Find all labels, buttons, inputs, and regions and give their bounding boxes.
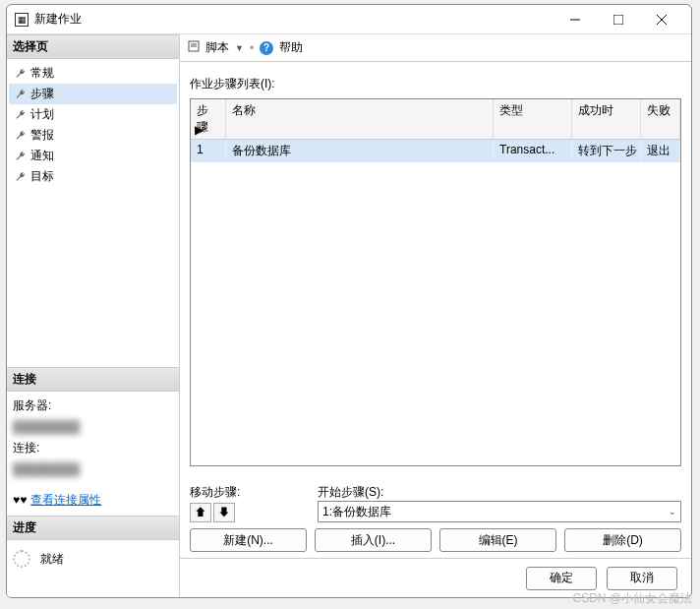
help-icon: ? [260, 41, 273, 55]
sidebar-item-targets[interactable]: 目标 [9, 166, 177, 187]
view-connection-properties-link[interactable]: 查看连接属性 [30, 490, 101, 512]
sidebar-item-label: 通知 [30, 148, 54, 164]
sidebar-item-label: 步骤 [30, 86, 54, 102]
server-label: 服务器: [13, 396, 173, 417]
col-fail[interactable]: 失败 [641, 99, 680, 139]
progress-body: 就绪 [7, 540, 179, 597]
progress-status: 就绪 [40, 551, 64, 568]
wrench-icon [15, 151, 27, 162]
sidebar-item-label: 目标 [30, 168, 54, 185]
bottom-controls: 移动步骤: 🡅 🡇 开始步骤(S): 1:备份数据库 ⌄ [180, 474, 691, 558]
window-title: 新建作业 [34, 11, 554, 28]
move-step-label: 移动步骤: [190, 484, 308, 501]
delete-button[interactable]: 删除(D) [564, 528, 681, 552]
wrench-icon [15, 68, 27, 80]
col-name[interactable]: 名称 [226, 99, 494, 139]
toolbar: 脚本 ▼ • ? 帮助 [180, 34, 691, 62]
sidebar-item-general[interactable]: 常规 [9, 63, 177, 84]
maximize-button[interactable] [597, 6, 640, 33]
move-start-row: 移动步骤: 🡅 🡇 开始步骤(S): 1:备份数据库 ⌄ [190, 484, 681, 522]
move-down-button[interactable]: 🡇 [213, 503, 235, 522]
cell-name: 备份数据库 [226, 140, 494, 162]
wrench-icon [15, 171, 27, 183]
grid-header: 步骤 名称 类型 成功时 失败 [191, 99, 680, 140]
help-button[interactable]: 帮助 [279, 39, 303, 56]
cell-type: Transact... [494, 140, 572, 162]
start-step-label: 开始步骤(S): [318, 484, 681, 501]
main-panel: 脚本 ▼ • ? 帮助 作业步骤列表(I): 步骤 名称 类型 成功时 失败 [180, 34, 691, 597]
connection-body: 服务器: ████████ 连接: ████████ ♥♥ 查看连接属性 [7, 392, 179, 516]
sidebar-item-label: 常规 [30, 65, 54, 82]
sidebar-spacer [7, 191, 179, 367]
chevron-down-icon: ⌄ [669, 507, 676, 517]
row-marker-icon: ▶ [191, 121, 206, 139]
action-buttons-row: 新建(N)... 插入(I)... 编辑(E) 删除(D) [190, 528, 681, 552]
ok-button[interactable]: 确定 [526, 567, 597, 590]
connection-icon: ♥♥ [13, 490, 27, 512]
select-page-header: 选择页 [7, 34, 179, 59]
edit-button[interactable]: 编辑(E) [439, 528, 556, 552]
separator: • [250, 41, 254, 55]
sidebar-item-label: 警报 [30, 127, 54, 144]
move-step-group: 移动步骤: 🡅 🡇 [190, 484, 308, 522]
sidebar-item-alerts[interactable]: 警报 [9, 125, 177, 146]
close-button[interactable] [640, 6, 683, 33]
col-success[interactable]: 成功时 [572, 99, 641, 139]
connection-header: 连接 [7, 367, 179, 392]
start-step-combo[interactable]: 1:备份数据库 ⌄ [318, 501, 681, 522]
app-icon: ▦ [15, 13, 29, 27]
server-value: ████████ [13, 417, 173, 439]
wrench-icon [15, 89, 27, 100]
titlebar: ▦ 新建作业 [7, 5, 691, 34]
conn-value: ████████ [13, 459, 173, 481]
wrench-icon [15, 130, 27, 142]
sidebar-item-notify[interactable]: 通知 [9, 146, 177, 166]
cell-fail: 退出 [641, 140, 680, 162]
sidebar-item-label: 计划 [30, 106, 54, 123]
dialog-body: 选择页 常规 步骤 计划 警报 通知 目标 连接 服务器: ████████ 连… [7, 34, 691, 597]
new-button[interactable]: 新建(N)... [190, 528, 307, 552]
move-up-button[interactable]: 🡅 [190, 503, 211, 522]
conn-label: 连接: [13, 438, 173, 459]
sidebar: 选择页 常规 步骤 计划 警报 通知 目标 连接 服务器: ████████ 连… [7, 34, 180, 597]
sidebar-item-steps[interactable]: 步骤 [9, 84, 177, 104]
col-type[interactable]: 类型 [494, 99, 572, 139]
watermark: CSDN @小仙女会魔法 [572, 590, 692, 607]
progress-header: 进度 [7, 516, 179, 540]
dialog-window: ▦ 新建作业 选择页 常规 步骤 计划 警报 通知 目标 连接 服务器: ███… [6, 4, 692, 598]
start-step-group: 开始步骤(S): 1:备份数据库 ⌄ [318, 484, 681, 522]
sidebar-item-schedule[interactable]: 计划 [9, 104, 177, 125]
insert-button[interactable]: 插入(I)... [315, 528, 432, 552]
svg-rect-1 [613, 15, 623, 25]
script-button[interactable]: 脚本 [205, 39, 229, 56]
spinner-icon [13, 550, 30, 568]
dropdown-icon[interactable]: ▼ [235, 43, 244, 53]
step-grid[interactable]: 步骤 名称 类型 成功时 失败 1 备份数据库 Transact... 转到下一… [190, 98, 681, 466]
start-step-value: 1:备份数据库 [322, 504, 391, 520]
minimize-button[interactable] [554, 6, 597, 33]
step-list-label: 作业步骤列表(I): [190, 76, 681, 92]
script-icon [188, 40, 200, 55]
cell-step: 1 [191, 140, 226, 162]
table-row[interactable]: 1 备份数据库 Transact... 转到下一步 退出 [191, 140, 680, 162]
cell-success: 转到下一步 [572, 140, 641, 162]
window-buttons [554, 6, 683, 33]
view-conn-props-row: ♥♥ 查看连接属性 [13, 490, 173, 512]
cancel-button[interactable]: 取消 [607, 567, 677, 590]
nav-list: 常规 步骤 计划 警报 通知 目标 [7, 59, 179, 191]
content-area: 作业步骤列表(I): 步骤 名称 类型 成功时 失败 1 备份数据库 Trans… [180, 62, 691, 474]
wrench-icon [15, 109, 27, 121]
